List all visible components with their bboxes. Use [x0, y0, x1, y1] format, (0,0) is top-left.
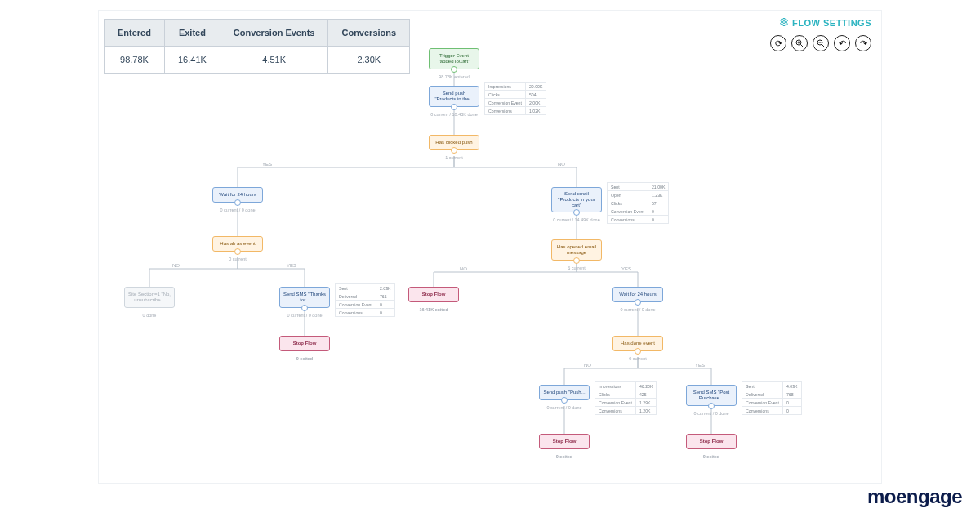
node-sub: 0 current / 0 done [189, 207, 287, 212]
node-label: Stop Flow [422, 292, 446, 297]
node-send-sms-thanks[interactable]: Send SMS "Thanks for... 0 current / 0 do… [279, 287, 330, 308]
node-label: Has clicked push [435, 140, 472, 145]
node-send-sms-pp[interactable]: Send SMS "Post Purchase... 0 current / 0… [686, 385, 737, 406]
brand-logo: moengage [867, 485, 962, 508]
node-label: Has ab as event [220, 241, 255, 246]
node-label: Send push "Products in the... [434, 91, 473, 101]
mini-table-email: Sent21.00K Open1.23K Clicks57 Conversion… [607, 182, 669, 224]
node-label: Trigger Event "addedToCart" [439, 53, 470, 64]
node-label: Send push "Push... [543, 390, 585, 395]
node-cond-opened-email[interactable]: Has opened email message 6 current [551, 239, 602, 261]
node-sub: 1 current [405, 155, 503, 160]
node-label: Site Section=1 "No, unsubscribe... [128, 292, 171, 302]
node-sub: 0 current [189, 256, 287, 261]
node-label: Send SMS "Thanks for... [283, 292, 326, 302]
node-label: Has opened email message [557, 244, 596, 255]
node-wait-24h-right[interactable]: Wait for 24 hours 0 current / 0 done [612, 287, 663, 302]
node-label: Stop Flow [293, 341, 317, 346]
node-label: Stop Flow [553, 439, 577, 444]
node-sub: 16.41K exited [385, 307, 483, 312]
node-inactive[interactable]: Site Section=1 "No, unsubscribe... 0 don… [124, 287, 175, 308]
mini-table-push1: Impressions20.00K Clicks504 Conversion E… [484, 82, 546, 115]
node-label: Wait for 24 hours [619, 292, 656, 297]
node-stop-left[interactable]: Stop Flow 0 exited [279, 336, 330, 351]
node-stop-rl[interactable]: Stop Flow 0 exited [539, 434, 590, 449]
node-cond-done-event[interactable]: Has done event 0 current [612, 336, 663, 351]
node-sub: 0 exited [256, 356, 354, 361]
node-stop-middle[interactable]: Stop Flow 16.41K exited [408, 287, 459, 302]
mini-table-sms-pp: Sent4.03K Delivered768 Conversion Event0… [742, 381, 802, 415]
node-sub: 0 current [589, 356, 687, 361]
node-sub: 0 done [100, 313, 198, 318]
node-sub: 98.78K entered [405, 74, 503, 79]
node-label: Has done event [621, 341, 655, 346]
node-sub: 0 exited [662, 454, 760, 459]
node-send-email[interactable]: Send email "Products in your cart" 0 cur… [551, 187, 602, 212]
node-label: Stop Flow [700, 439, 724, 444]
node-sub: 6 current [528, 265, 626, 270]
node-cond-ab-event[interactable]: Has ab as event 0 current [212, 236, 263, 252]
flow-canvas[interactable]: Entered Exited Conversion Events Convers… [98, 10, 882, 484]
node-label: Wait for 24 hours [219, 192, 256, 197]
node-send-push-right[interactable]: Send push "Push... 0 current / 0 done [539, 385, 590, 400]
node-sub: 0 current / 0 done [589, 307, 687, 312]
node-cond-clicked-push[interactable]: Has clicked push 1 current [429, 135, 479, 150]
node-wait-24h-left[interactable]: Wait for 24 hours 0 current / 0 done [212, 187, 263, 203]
node-stop-rr[interactable]: Stop Flow 0 exited [686, 434, 737, 449]
node-label: Send SMS "Post Purchase... [693, 390, 729, 400]
mini-table-push-right: Impressions46.20K Clicks425 Conversion E… [595, 381, 657, 415]
node-sub: 0 exited [515, 454, 613, 459]
node-trigger[interactable]: Trigger Event "addedToCart" 98.78K enter… [429, 48, 479, 69]
node-send-push-1[interactable]: Send push "Products in the... 0 current … [429, 86, 479, 107]
node-label: Send email "Products in your cart" [558, 191, 595, 207]
